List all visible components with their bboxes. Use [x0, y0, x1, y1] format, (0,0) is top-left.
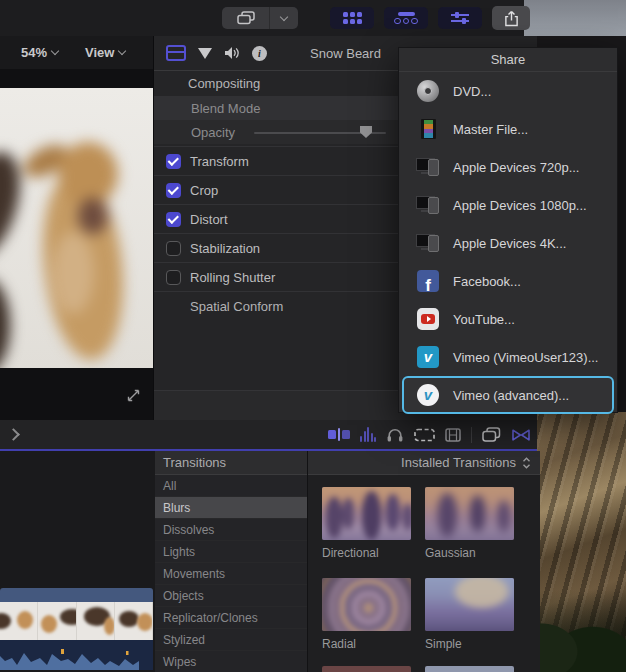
- menu-item-vimeo-advanced[interactable]: Vimeo (advanced)...: [402, 376, 614, 414]
- trim-tool-icon[interactable]: [328, 428, 350, 441]
- transition-gaussian[interactable]: [425, 487, 514, 540]
- zoom-level-menu[interactable]: 54%: [21, 45, 58, 60]
- chevron-down-icon: [118, 47, 126, 55]
- filmstrip-frame: [38, 602, 76, 640]
- installed-transitions-label[interactable]: Installed Transitions: [401, 455, 516, 470]
- stabilization-checkbox[interactable]: [166, 241, 181, 256]
- apple-devices-icon: [416, 158, 440, 176]
- category-replicator-clones[interactable]: Replicator/Clones: [155, 607, 307, 629]
- color-inspector-icon[interactable]: [198, 48, 212, 59]
- menu-item-label: Apple Devices 4K...: [453, 236, 566, 251]
- headphones-icon[interactable]: [386, 427, 404, 443]
- clip-skimming-icon[interactable]: [414, 428, 435, 442]
- category-all[interactable]: All: [155, 475, 307, 497]
- opacity-slider-thumb[interactable]: [360, 126, 372, 138]
- facebook-icon: [417, 270, 439, 292]
- toolbar-separator: [471, 427, 472, 443]
- transition-thumbnail-partial[interactable]: [425, 666, 514, 672]
- inspector-tabs: [154, 45, 267, 61]
- transform-checkbox[interactable]: [166, 154, 181, 169]
- timeline-index-button[interactable]: [384, 7, 428, 29]
- audio-controls-button[interactable]: [438, 7, 482, 29]
- distort-checkbox[interactable]: [166, 212, 181, 227]
- rolling-shutter-checkbox[interactable]: [166, 270, 181, 285]
- category-wipes[interactable]: Wipes: [155, 651, 307, 672]
- category-objects[interactable]: Objects: [155, 585, 307, 607]
- category-movements[interactable]: Movements: [155, 563, 307, 585]
- zoom-level-value: 54%: [21, 45, 47, 60]
- category-dissolves[interactable]: Dissolves: [155, 519, 307, 541]
- menu-item-apple-devices-1080p[interactable]: Apple Devices 1080p...: [399, 186, 617, 224]
- menu-item-facebook[interactable]: Facebook...: [399, 262, 617, 300]
- info-inspector-icon[interactable]: [252, 46, 267, 61]
- crop-checkbox[interactable]: [166, 183, 181, 198]
- menu-item-dvd[interactable]: DVD...: [399, 72, 617, 110]
- audio-waveform-icon[interactable]: [360, 427, 376, 442]
- crop-label: Crop: [190, 183, 218, 198]
- menu-item-label: Master File...: [453, 122, 528, 137]
- sort-chevrons-icon[interactable]: [522, 456, 531, 470]
- view-menu[interactable]: View: [85, 45, 125, 60]
- menu-item-label: Vimeo (VimeoUser123)...: [453, 350, 598, 365]
- transitions-sidebar: Transitions All Blurs Dissolves Lights M…: [155, 451, 308, 672]
- timeline-toolbar: [0, 420, 537, 451]
- grid-icon: [343, 12, 362, 24]
- video-preview: [0, 88, 153, 368]
- menu-item-youtube[interactable]: YouTube...: [399, 300, 617, 338]
- arrange-dropdown-button[interactable]: [270, 7, 298, 29]
- browser-grid-button[interactable]: [330, 7, 374, 29]
- spatial-conform-label: Spatial Conform: [190, 299, 283, 314]
- media-arrange-button-group[interactable]: [222, 7, 298, 29]
- transitions-browser-icon[interactable]: [511, 428, 531, 442]
- share-button[interactable]: [492, 6, 530, 30]
- transition-label: Radial: [322, 637, 356, 651]
- category-stylized[interactable]: Stylized: [155, 629, 307, 651]
- rolling-shutter-label: Rolling Shutter: [190, 270, 275, 285]
- chevron-down-icon: [280, 12, 288, 20]
- clip-header-bar: [0, 588, 153, 602]
- timeline-toolbar-icons: [328, 420, 531, 449]
- chevron-right-icon[interactable]: [7, 428, 20, 441]
- transition-directional[interactable]: [322, 487, 411, 540]
- menu-item-label: YouTube...: [453, 312, 515, 327]
- media-arrange-icon[interactable]: [222, 7, 270, 29]
- menu-item-label: Vimeo (advanced)...: [453, 388, 569, 403]
- transition-label: Gaussian: [425, 546, 476, 560]
- transition-radial[interactable]: [322, 578, 411, 631]
- opacity-label: Opacity: [191, 125, 235, 140]
- vimeo-square-icon: [417, 346, 439, 368]
- wallpaper-sky: [522, 0, 626, 36]
- share-menu-title: Share: [399, 48, 617, 72]
- video-frame-dogs-in-snow: [0, 88, 153, 368]
- menu-item-apple-devices-720p[interactable]: Apple Devices 720p...: [399, 148, 617, 186]
- timeline-index-icon: [394, 12, 418, 24]
- transition-simple[interactable]: [425, 578, 514, 631]
- vimeo-circle-icon: [417, 384, 439, 406]
- apple-devices-icon: [416, 196, 440, 214]
- expand-viewer-button[interactable]: [126, 388, 142, 404]
- audio-inspector-icon[interactable]: [224, 46, 240, 60]
- transition-thumbnail-partial[interactable]: [322, 666, 411, 672]
- transition-label: Directional: [322, 546, 379, 560]
- menu-item-master-file[interactable]: Master File...: [399, 110, 617, 148]
- apple-devices-icon: [416, 234, 440, 252]
- compositing-label: Compositing: [188, 76, 260, 91]
- menu-item-label: Apple Devices 720p...: [453, 160, 579, 175]
- effects-browser-icon[interactable]: [482, 427, 501, 442]
- expand-icon: [126, 388, 141, 403]
- transform-label: Transform: [190, 154, 249, 169]
- filmstrip-frame: [115, 602, 153, 640]
- sliders-icon: [451, 14, 469, 22]
- category-blurs[interactable]: Blurs: [155, 497, 307, 519]
- transitions-grid: Installed Transitions Directional Gaussi…: [308, 451, 540, 672]
- transition-label: Simple: [425, 637, 462, 651]
- timeline-clip[interactable]: [0, 588, 153, 670]
- video-inspector-icon[interactable]: [166, 45, 186, 61]
- menu-item-vimeo-user[interactable]: Vimeo (VimeoUser123)...: [399, 338, 617, 376]
- share-export-icon: [504, 10, 519, 27]
- category-lights[interactable]: Lights: [155, 541, 307, 563]
- menu-item-apple-devices-4k[interactable]: Apple Devices 4K...: [399, 224, 617, 262]
- clip-audio-waveform: [0, 640, 153, 670]
- dvd-disc-icon: [417, 80, 439, 102]
- film-frame-icon[interactable]: [445, 428, 461, 442]
